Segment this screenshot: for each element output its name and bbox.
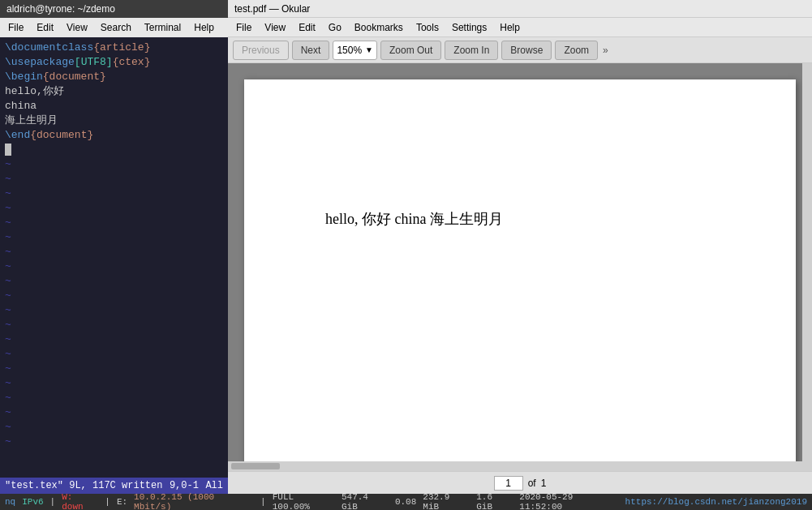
left-title-text: aldrich@tyrone: ~/zdemo	[6, 3, 115, 15]
pdf-viewport[interactable]: hello, 你好 china 海上生明月	[228, 63, 812, 461]
vim-tilde-16: ~	[5, 376, 223, 391]
left-menubar: File Edit View Search Terminal Help	[0, 18, 228, 37]
okular-menu-tools[interactable]: Tools	[411, 20, 444, 35]
status-disk1: 547.4 GiB	[342, 492, 389, 510]
zoom-dropdown-icon[interactable]: ▼	[365, 45, 373, 54]
right-menubar: File View Edit Go Bookmarks Tools Settin…	[228, 18, 812, 37]
okular-menu-view[interactable]: View	[260, 20, 290, 35]
vim-tilde-1: ~	[5, 157, 223, 172]
vim-tilde-15: ~	[5, 362, 223, 376]
previous-button[interactable]: Previous	[233, 41, 289, 60]
next-button[interactable]: Next	[292, 41, 330, 60]
pdf-scrollbar-bottom[interactable]	[228, 461, 812, 471]
vim-status-left: "test.tex" 9L, 117C written	[5, 480, 162, 491]
status-pipe-3: |	[260, 497, 266, 507]
vim-tilde-10: ~	[5, 289, 223, 303]
okular-menu-help[interactable]: Help	[495, 20, 525, 35]
status-pipe-1: |	[50, 497, 56, 507]
okular-menu-edit[interactable]: Edit	[294, 20, 320, 35]
okular-menu-file[interactable]: File	[231, 20, 256, 35]
menu-edit[interactable]: Edit	[32, 20, 58, 35]
status-w-down: W: down	[62, 492, 98, 510]
vim-tilde-18: ~	[5, 405, 223, 420]
main-area: aldrich@tyrone: ~/zdemo File Edit View S…	[0, 0, 812, 494]
vim-content[interactable]: \documentclass{article} \usepackage[UTF8…	[0, 37, 228, 478]
browse-button[interactable]: Browse	[501, 41, 552, 60]
status-ip: 10.0.2.15 (1000 Mbit/s)	[134, 492, 254, 510]
pdf-bottom-bar: of 1	[228, 471, 812, 494]
vim-line-1: \documentclass{article}	[5, 41, 223, 55]
zoom-level-text: 150%	[337, 45, 362, 56]
vim-tilde-6: ~	[5, 230, 223, 245]
status-pipe-2: |	[105, 497, 110, 507]
page-total: 1	[541, 478, 547, 489]
vim-status-mid: 9,0-1	[170, 480, 199, 491]
okular-menu-settings[interactable]: Settings	[447, 20, 492, 35]
vim-line-6: 海上生明月	[5, 114, 223, 128]
vim-tilde-14: ~	[5, 347, 223, 362]
vim-line-2: \usepackage[UTF8]{ctex}	[5, 55, 223, 70]
vim-tilde-3: ~	[5, 186, 223, 201]
status-url: https://blog.csdn.net/jianzong2019	[625, 497, 807, 507]
right-toolbar: Previous Next 150% ▼ Zoom Out Zoom In Br…	[228, 37, 812, 63]
page-number-input[interactable]	[494, 476, 523, 491]
vim-line-3: \begin{document}	[5, 70, 223, 84]
vim-tilde-13: ~	[5, 332, 223, 347]
vim-tilde-11: ~	[5, 303, 223, 318]
of-label: of	[528, 478, 536, 489]
vim-statusbar: "test.tex" 9L, 117C written 9,0-1 All	[0, 478, 228, 494]
okular-menu-go[interactable]: Go	[324, 20, 346, 35]
status-nq: nq	[5, 497, 15, 507]
menu-view[interactable]: View	[62, 20, 92, 35]
scrollbar-thumb-horizontal[interactable]	[231, 463, 280, 469]
vim-tilde-12: ~	[5, 318, 223, 332]
menu-terminal[interactable]: Terminal	[140, 20, 186, 35]
status-sep1: 0.08	[395, 497, 416, 507]
right-panel: test.pdf — Okular File View Edit Go Book…	[228, 0, 812, 494]
status-datetime: 2020-05-29 11:52:00	[519, 492, 618, 510]
status-e-label: E:	[117, 497, 127, 507]
vim-tilde-2: ~	[5, 172, 223, 186]
menu-file[interactable]: File	[3, 20, 28, 35]
status-sep2: 1.6 GiB	[476, 492, 513, 510]
pdf-page: hello, 你好 china 海上生明月	[244, 79, 796, 461]
left-panel: aldrich@tyrone: ~/zdemo File Edit View S…	[0, 0, 228, 494]
vim-cursor-line	[5, 143, 223, 157]
status-disk2: 232.9 MiB	[423, 492, 470, 510]
right-titlebar: test.pdf — Okular	[228, 0, 812, 18]
vim-status-right: All	[205, 480, 223, 491]
vim-tilde-20: ~	[5, 435, 223, 449]
vim-tilde-17: ~	[5, 391, 223, 405]
pdf-scrollbar-right[interactable]	[802, 63, 812, 461]
okular-menu-bookmarks[interactable]: Bookmarks	[350, 20, 408, 35]
zoom-select-wrap[interactable]: 150% ▼	[333, 41, 377, 60]
left-titlebar: aldrich@tyrone: ~/zdemo	[0, 0, 228, 18]
status-full: FULL 100.00%	[273, 492, 335, 510]
status-ipv6: IPv6	[22, 497, 43, 507]
zoom-in-button[interactable]: Zoom In	[445, 41, 498, 60]
zoom-button[interactable]: Zoom	[555, 41, 598, 60]
vim-tilde-8: ~	[5, 259, 223, 274]
vim-line-7: \end{document}	[5, 128, 223, 143]
vim-tilde-5: ~	[5, 216, 223, 230]
right-title-text: test.pdf — Okular	[234, 3, 310, 15]
bottom-statusbar: nq IPv6 | W: down | E: 10.0.2.15 (1000 M…	[0, 494, 812, 510]
pdf-text-content: hello, 你好 china 海上生明月	[325, 209, 503, 229]
toolbar-overflow-icon[interactable]: »	[603, 45, 608, 56]
vim-tilde-4: ~	[5, 201, 223, 216]
vim-line-5: china	[5, 99, 223, 114]
zoom-out-button[interactable]: Zoom Out	[380, 41, 441, 60]
menu-search[interactable]: Search	[96, 20, 136, 35]
vim-tilde-7: ~	[5, 245, 223, 259]
vim-tilde-19: ~	[5, 420, 223, 435]
menu-help[interactable]: Help	[189, 20, 219, 35]
vim-line-4: hello,你好	[5, 84, 223, 99]
vim-tilde-9: ~	[5, 274, 223, 289]
